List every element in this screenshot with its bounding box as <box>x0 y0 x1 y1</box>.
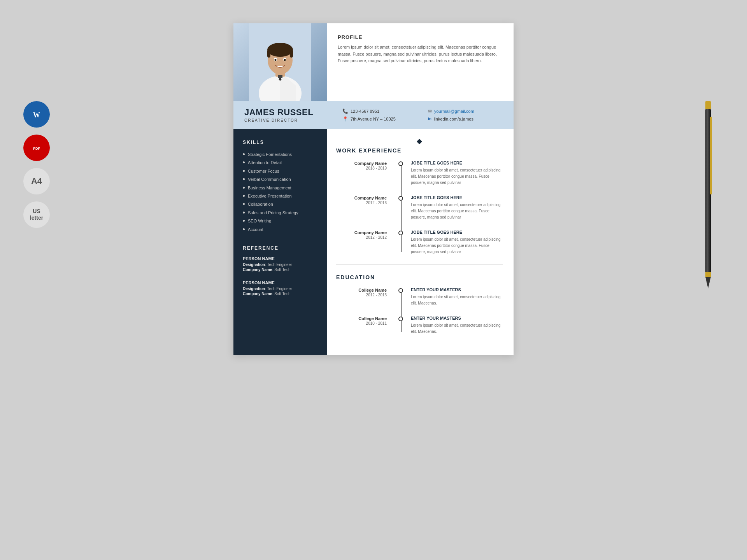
college-years: 2010 - 2011 <box>336 321 387 326</box>
phone-contact: 📞 123-4567 8951 <box>342 108 420 114</box>
table-row: College Name 2010 - 2011 ENTER YOUR MAST… <box>336 316 503 335</box>
skill-text: Executive Presentation <box>248 193 292 199</box>
name-section: JAMES RUSSEL CREATIVE DIRECTOR <box>241 107 335 122</box>
timeline-dot <box>398 196 403 201</box>
timeline-date: College Name 2012 - 2013 <box>336 287 395 306</box>
address-text: 7th Avenue NY – 10025 <box>351 117 396 121</box>
linkedin-contact: in linkedin.com/s.james <box>428 116 506 122</box>
email-icon: ✉ <box>428 108 432 114</box>
svg-rect-10 <box>290 50 293 58</box>
list-item: Verbal Communication <box>243 175 317 184</box>
phone-number: 123-4567 8951 <box>351 109 379 114</box>
profile-section: PROFILE Lorem ipsum dolor sit amet, cons… <box>327 23 514 101</box>
bullet-icon <box>243 212 245 214</box>
list-item: Collaboration <box>243 200 317 208</box>
timeline-dot <box>398 288 403 293</box>
section-marker <box>336 140 503 144</box>
timeline-content: ENTER YOUR MASTERS Lorem ipsum dolor sit… <box>407 287 503 306</box>
ref-designation: Designation: Tech Engineer <box>243 262 317 267</box>
location-icon: 📍 <box>342 116 348 122</box>
person-job-title: CREATIVE DIRECTOR <box>244 118 335 122</box>
phone-icon: 📞 <box>342 108 348 114</box>
table-row: Company Name 2012 - 2012 JOBE TITLE GOES… <box>336 230 503 255</box>
timeline-dot-wrapper <box>395 161 407 186</box>
timeline-content: JOBE TITLE GOES HERE Lorem ipsum dolor s… <box>407 195 503 220</box>
timeline-dot-wrapper <box>395 316 407 335</box>
sidebar: SKILLS Strategic Fomentations Attention … <box>233 129 327 355</box>
main-content: WORK EXPERIENCE Company Name 2018 - 2019… <box>327 129 514 355</box>
svg-point-13 <box>275 59 277 61</box>
college-name: College Name <box>336 287 387 293</box>
degree-description: Lorem ipsum dolor sit amet, consectetuer… <box>411 294 503 306</box>
bullet-icon <box>243 228 245 230</box>
resume-header: PROFILE Lorem ipsum dolor sit amet, cons… <box>233 23 514 101</box>
list-item: Account <box>243 226 317 234</box>
photo-section <box>233 23 327 101</box>
work-experience-title: WORK EXPERIENCE <box>336 147 503 154</box>
skill-text: Sales and Pricing Strategy <box>248 210 298 216</box>
skill-text: Attention to Detail <box>248 160 282 166</box>
reference-block: PERSON NAME Designation: Tech Engineer C… <box>243 256 317 272</box>
job-title: JOBE TITLE GOES HERE <box>411 195 503 200</box>
profile-text: Lorem ipsum dolor sit amet, consectetuer… <box>338 44 503 65</box>
ref-company: Company Name: Soft Tech <box>243 292 317 296</box>
svg-text:PDF: PDF <box>33 147 40 150</box>
bullet-icon <box>243 153 245 155</box>
company-name: Company Name <box>336 230 387 235</box>
linkedin-text: linkedin.com/s.james <box>434 117 473 121</box>
list-item: Executive Presentation <box>243 192 317 200</box>
work-experience-timeline: Company Name 2018 - 2019 JOBE TITLE GOES… <box>336 161 503 255</box>
job-description: Lorem ipsum dolor sit amet, consectetuer… <box>411 236 503 255</box>
diamond-icon <box>417 139 422 144</box>
company-name: Company Name <box>336 161 387 166</box>
svg-text:W: W <box>33 111 40 119</box>
job-description: Lorem ipsum dolor sit amet, consectetuer… <box>411 202 503 220</box>
skills-title: SKILLS <box>243 140 317 145</box>
timeline-dot <box>398 161 403 166</box>
college-name: College Name <box>336 316 387 321</box>
svg-point-14 <box>284 59 286 61</box>
timeline-dot-wrapper <box>395 287 407 306</box>
bullet-icon <box>243 195 245 197</box>
list-item: Sales and Pricing Strategy <box>243 209 317 217</box>
skill-text: Verbal Communication <box>248 177 291 182</box>
list-item: Attention to Detail <box>243 159 317 167</box>
person-name: JAMES RUSSEL <box>244 107 335 117</box>
svg-rect-9 <box>267 50 270 58</box>
timeline-content: JOBE TITLE GOES HERE Lorem ipsum dolor s… <box>407 230 503 255</box>
ref-designation: Designation: Tech Engineer <box>243 287 317 291</box>
list-item: Strategic Fomentations <box>243 150 317 159</box>
list-item: Business Management <box>243 184 317 192</box>
timeline-date: Company Name 2012 - 2016 <box>336 195 395 220</box>
table-row: College Name 2012 - 2013 ENTER YOUR MAST… <box>336 287 503 306</box>
word-icon[interactable]: W <box>23 101 50 128</box>
linkedin-icon: in <box>428 117 431 121</box>
company-years: 2018 - 2019 <box>336 166 387 170</box>
a4-icon[interactable]: A4 <box>23 168 50 194</box>
timeline-date: Company Name 2012 - 2012 <box>336 230 395 255</box>
profile-photo <box>233 23 327 101</box>
section-divider <box>336 264 503 265</box>
company-years: 2012 - 2012 <box>336 235 387 240</box>
email-contact: ✉ yourmail@gmail.com <box>428 108 506 114</box>
bullet-icon <box>243 187 245 189</box>
svg-rect-16 <box>278 75 282 78</box>
timeline-date: College Name 2010 - 2011 <box>336 316 395 335</box>
reference-block: PERSON NAME Designation: Tech Engineer C… <box>243 280 317 296</box>
email-link[interactable]: yourmail@gmail.com <box>434 109 474 114</box>
bullet-icon <box>243 203 245 205</box>
skill-text: Collaboration <box>248 201 273 207</box>
job-description: Lorem ipsum dolor sit amet, consectetuer… <box>411 167 503 186</box>
bullet-icon <box>243 161 245 163</box>
timeline-date: Company Name 2018 - 2019 <box>336 161 395 186</box>
side-icons-panel: W PDF A4 USletter <box>23 101 50 228</box>
us-letter-icon[interactable]: USletter <box>23 201 50 228</box>
resume-document: PROFILE Lorem ipsum dolor sit amet, cons… <box>233 23 514 355</box>
pdf-icon[interactable]: PDF <box>23 135 50 161</box>
contact-section: 📞 123-4567 8951 ✉ yourmail@gmail.com 📍 7… <box>335 108 506 122</box>
bullet-icon <box>243 220 245 222</box>
skill-text: Customer Focus <box>248 168 279 174</box>
skill-text: SEO Writing <box>248 218 271 224</box>
timeline-content: ENTER YOUR MASTERS Lorem ipsum dolor sit… <box>407 316 503 335</box>
svg-point-8 <box>267 43 293 57</box>
